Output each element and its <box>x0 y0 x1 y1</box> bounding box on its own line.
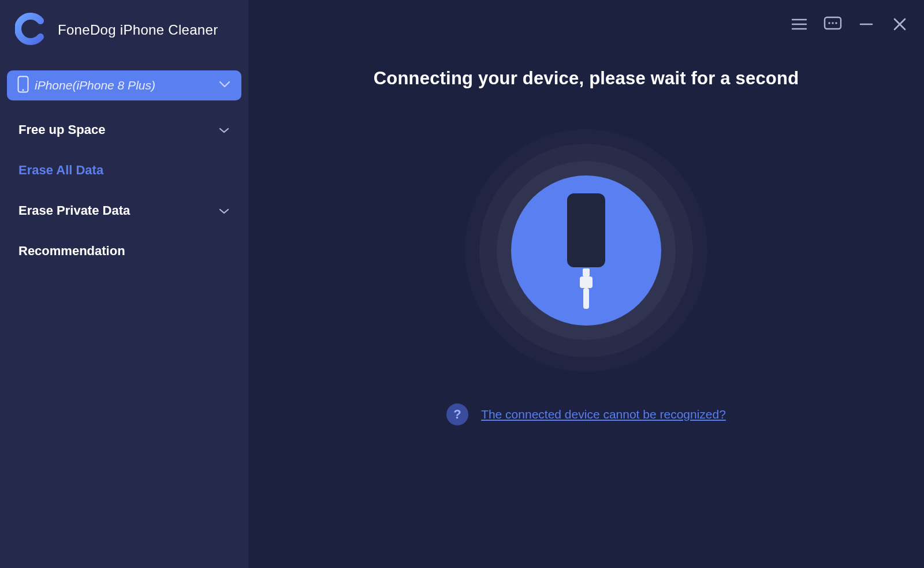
svg-rect-14 <box>583 268 590 276</box>
sidebar-item-label: Free up Space <box>18 122 105 137</box>
svg-rect-13 <box>578 193 594 200</box>
connection-animation <box>465 129 707 372</box>
chevron-down-icon <box>218 122 230 137</box>
status-headline: Connecting your device, please wait for … <box>374 68 799 89</box>
sidebar-item-label: Erase Private Data <box>18 203 130 218</box>
phone-connector-icon <box>511 175 661 326</box>
phone-icon <box>17 76 29 95</box>
sidebar: FoneDog iPhone Cleaner iPhone(iPhone 8 P… <box>0 0 248 568</box>
svg-rect-12 <box>567 193 605 267</box>
main-panel: Connecting your device, please wait for … <box>248 0 924 568</box>
svg-rect-16 <box>583 288 589 309</box>
device-label: iPhone(iPhone 8 Plus) <box>35 79 155 92</box>
brand: FoneDog iPhone Cleaner <box>0 10 248 61</box>
chevron-down-icon <box>218 203 230 218</box>
chevron-down-icon <box>218 80 231 91</box>
sidebar-item-label: Recommendation <box>18 244 125 259</box>
help-line: ? The connected device cannot be recogni… <box>446 403 726 425</box>
sidebar-item-erase-private-data[interactable]: Erase Private Data <box>2 190 246 231</box>
sidebar-item-label: Erase All Data <box>18 163 103 178</box>
help-icon: ? <box>446 403 468 425</box>
device-selector[interactable]: iPhone(iPhone 8 Plus) <box>7 70 241 100</box>
svg-rect-15 <box>580 276 593 288</box>
logo-icon <box>15 13 47 47</box>
sidebar-item-recommendation[interactable]: Recommendation <box>2 231 246 271</box>
sidebar-item-erase-all-data[interactable]: Erase All Data <box>2 150 246 190</box>
device-not-recognized-link[interactable]: The connected device cannot be recognize… <box>481 408 726 421</box>
sidebar-item-free-up-space[interactable]: Free up Space <box>2 110 246 150</box>
app-title: FoneDog iPhone Cleaner <box>58 22 218 38</box>
app-window: FoneDog iPhone Cleaner iPhone(iPhone 8 P… <box>0 0 924 568</box>
sidebar-nav: Free up Space Erase All Data Erase Priva… <box>0 106 248 271</box>
help-icon-glyph: ? <box>453 407 461 422</box>
svg-point-11 <box>22 89 24 91</box>
